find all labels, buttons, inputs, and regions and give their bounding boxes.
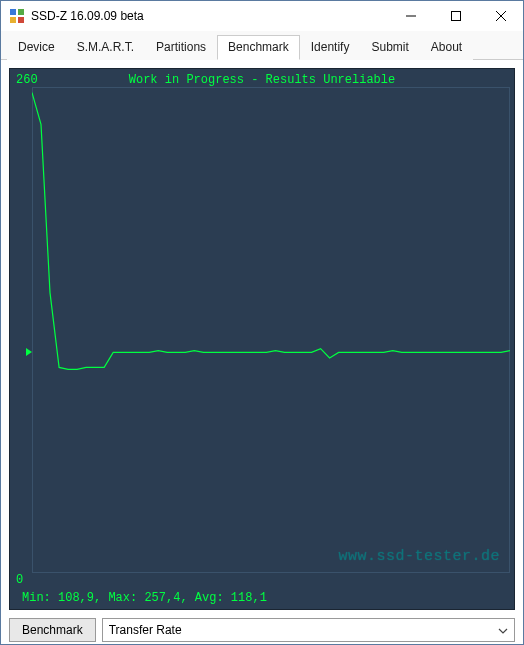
window-controls	[388, 1, 523, 31]
tab-identify[interactable]: Identify	[300, 35, 361, 60]
chart-title: Work in Progress - Results Unreliable	[10, 73, 514, 87]
svg-rect-0	[10, 9, 16, 15]
svg-rect-1	[18, 9, 24, 15]
chart-plot	[32, 87, 510, 573]
minimize-button[interactable]	[388, 1, 433, 31]
chart-stats: Min: 108,9, Max: 257,4, Avg: 118,1	[22, 591, 267, 605]
benchmark-chart: 260 Work in Progress - Results Unreliabl…	[9, 68, 515, 610]
svg-rect-2	[10, 17, 16, 23]
mode-select-value: Transfer Rate	[109, 623, 182, 637]
tab-smart[interactable]: S.M.A.R.T.	[66, 35, 145, 60]
svg-rect-5	[451, 12, 460, 21]
tab-submit[interactable]: Submit	[360, 35, 419, 60]
titlebar: SSD-Z 16.09.09 beta	[1, 1, 523, 31]
watermark: www.ssd-tester.de	[338, 548, 500, 565]
window-title: SSD-Z 16.09.09 beta	[31, 9, 388, 23]
tab-partitions[interactable]: Partitions	[145, 35, 217, 60]
tab-benchmark[interactable]: Benchmark	[217, 35, 300, 60]
maximize-button[interactable]	[433, 1, 478, 31]
tab-device[interactable]: Device	[7, 35, 66, 60]
svg-rect-3	[18, 17, 24, 23]
benchmark-button[interactable]: Benchmark	[9, 618, 96, 642]
svg-rect-8	[33, 88, 510, 573]
tab-bar: Device S.M.A.R.T. Partitions Benchmark I…	[1, 31, 523, 60]
tab-about[interactable]: About	[420, 35, 473, 60]
app-icon	[9, 8, 25, 24]
controls-row: Benchmark Transfer Rate	[9, 618, 515, 642]
y-axis-min: 0	[16, 573, 23, 587]
close-button[interactable]	[478, 1, 523, 31]
mode-select[interactable]: Transfer Rate	[102, 618, 515, 642]
chevron-down-icon	[498, 623, 508, 637]
marker-icon	[26, 348, 32, 356]
